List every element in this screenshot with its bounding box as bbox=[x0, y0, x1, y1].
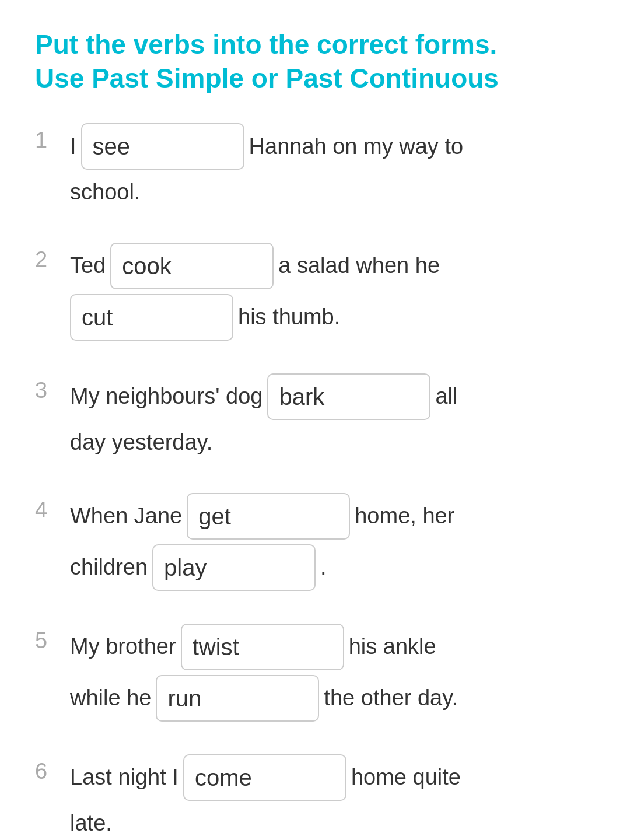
sentence-word: the other day. bbox=[324, 680, 458, 716]
answer-box[interactable]: bark bbox=[267, 373, 430, 420]
sentence-line: IseeHannah on my way to bbox=[70, 123, 595, 170]
answer-box[interactable]: play bbox=[152, 544, 316, 591]
page-title: Put the verbs into the correct forms. Us… bbox=[35, 28, 595, 95]
sentence-line: Tedcooka salad when he bbox=[70, 243, 595, 289]
sentence-word: children bbox=[70, 550, 148, 585]
sentence-word: day yesterday. bbox=[70, 425, 212, 460]
sentence-line: My neighbours' dogbarkall bbox=[70, 373, 595, 420]
sentence-block: When Janegethome, herchildrenplay. bbox=[70, 493, 595, 596]
exercise-item: 4When Janegethome, herchildrenplay. bbox=[35, 493, 595, 596]
answer-text: come bbox=[195, 759, 252, 796]
exercise-item: 2Tedcooka salad when hecuthis thumb. bbox=[35, 243, 595, 345]
item-number: 5 bbox=[35, 624, 70, 653]
sentence-word: When Jane bbox=[70, 498, 182, 534]
sentence-word: Ted bbox=[70, 248, 106, 284]
sentence-block: My neighbours' dogbarkallday yesterday. bbox=[70, 373, 595, 465]
sentence-word: school. bbox=[70, 174, 140, 210]
answer-box[interactable]: come bbox=[183, 754, 346, 801]
answer-text: twist bbox=[192, 628, 239, 666]
page-container: Put the verbs into the correct forms. Us… bbox=[35, 28, 595, 840]
sentence-line: My brothertwisthis ankle bbox=[70, 624, 595, 670]
sentence-line: cuthis thumb. bbox=[70, 294, 595, 341]
sentence-word: home, her bbox=[355, 498, 454, 534]
sentence-line: When Janegethome, her bbox=[70, 493, 595, 540]
answer-text: cut bbox=[82, 299, 113, 336]
sentence-word: I bbox=[70, 129, 76, 164]
sentence-block: Last night Icomehome quitelate. bbox=[70, 754, 595, 840]
sentence-word: Last night I bbox=[70, 760, 178, 795]
answer-box[interactable]: cut bbox=[70, 294, 233, 341]
sentence-word: his ankle bbox=[349, 629, 436, 664]
answer-box[interactable]: twist bbox=[181, 624, 344, 670]
item-number: 4 bbox=[35, 493, 70, 523]
sentence-word: while he bbox=[70, 680, 151, 716]
answer-box[interactable]: run bbox=[156, 675, 319, 722]
answer-box[interactable]: see bbox=[81, 123, 244, 170]
item-number: 3 bbox=[35, 373, 70, 403]
sentence-line: late. bbox=[70, 806, 595, 840]
sentence-word: all bbox=[435, 379, 457, 414]
exercise-item: 6Last night Icomehome quitelate. bbox=[35, 754, 595, 840]
sentence-word: his thumb. bbox=[238, 299, 340, 335]
sentence-line: Last night Icomehome quite bbox=[70, 754, 595, 801]
exercise-item: 5My brothertwisthis anklewhile herunthe … bbox=[35, 624, 595, 726]
answer-box[interactable]: cook bbox=[110, 243, 274, 289]
sentence-word: Hannah on my way to bbox=[249, 129, 464, 164]
answer-text: cook bbox=[122, 247, 172, 285]
item-number: 2 bbox=[35, 243, 70, 272]
sentence-line: while herunthe other day. bbox=[70, 675, 595, 722]
exercise-list: 1IseeHannah on my way toschool.2Tedcooka… bbox=[35, 123, 595, 840]
sentence-word: My neighbours' dog bbox=[70, 379, 262, 414]
item-number: 1 bbox=[35, 123, 70, 153]
sentence-word: . bbox=[320, 550, 327, 585]
sentence-word: late. bbox=[70, 806, 112, 840]
item-number: 6 bbox=[35, 754, 70, 784]
sentence-word: My brother bbox=[70, 629, 176, 664]
sentence-line: childrenplay. bbox=[70, 544, 595, 591]
sentence-line: school. bbox=[70, 174, 595, 210]
answer-box[interactable]: get bbox=[187, 493, 350, 540]
exercise-item: 3My neighbours' dogbarkallday yesterday. bbox=[35, 373, 595, 465]
answer-text: run bbox=[167, 680, 201, 717]
sentence-line: day yesterday. bbox=[70, 425, 595, 460]
exercise-item: 1IseeHannah on my way toschool. bbox=[35, 123, 595, 215]
sentence-word: home quite bbox=[351, 760, 461, 795]
sentence-word: a salad when he bbox=[278, 248, 440, 284]
sentence-block: IseeHannah on my way toschool. bbox=[70, 123, 595, 215]
answer-text: bark bbox=[279, 378, 324, 415]
answer-text: play bbox=[164, 549, 206, 586]
sentence-block: Tedcooka salad when hecuthis thumb. bbox=[70, 243, 595, 345]
answer-text: get bbox=[198, 498, 231, 535]
sentence-block: My brothertwisthis anklewhile herunthe o… bbox=[70, 624, 595, 726]
answer-text: see bbox=[93, 128, 131, 165]
